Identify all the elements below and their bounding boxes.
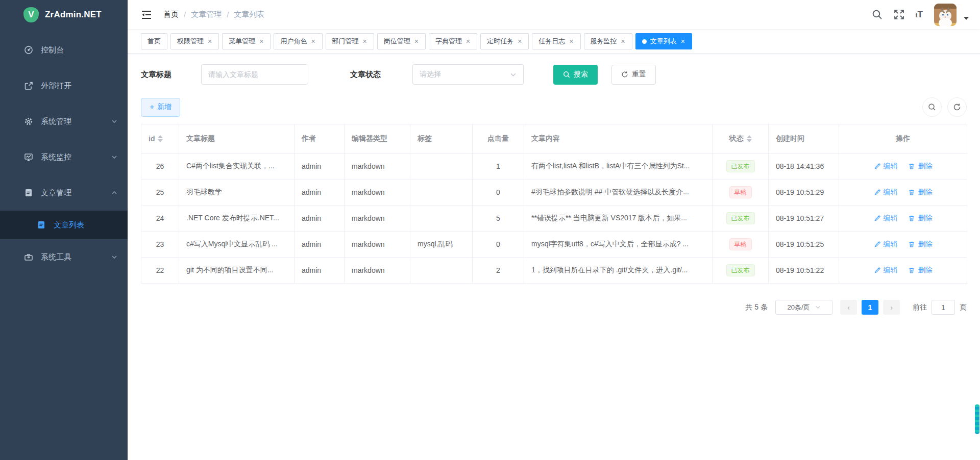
table-row: 22 git 为不同的项目设置不同... admin markdown 2 1，… <box>141 258 967 284</box>
pencil-icon <box>874 241 881 248</box>
breadcrumb-separator: / <box>184 10 186 19</box>
sidebar-item-label: 系统监控 <box>41 152 71 162</box>
sort-icon[interactable] <box>747 135 752 142</box>
tab-service-monitor[interactable]: 服务监控 × <box>584 33 632 49</box>
close-icon[interactable]: × <box>465 38 471 45</box>
cell-tag <box>410 180 473 206</box>
cell-created: 08-19 10:51:27 <box>769 206 839 232</box>
toggle-search-button[interactable] <box>922 97 942 117</box>
sidebar-submenu: 文章列表 <box>0 211 128 239</box>
tags-view: 首页 权限管理 × 菜单管理 × 用户角色 × 部门管理 × 岗位管理 × <box>128 29 980 54</box>
breadcrumb: 首页 / 文章管理 / 文章列表 <box>163 10 264 19</box>
tab-article-list[interactable]: 文章列表 × <box>635 33 692 49</box>
tab-dict-manage[interactable]: 字典管理 × <box>429 33 477 49</box>
tab-task-log[interactable]: 任务日志 × <box>532 33 580 49</box>
tab-permission-manage[interactable]: 权限管理 × <box>170 33 219 49</box>
close-icon[interactable]: × <box>362 38 368 45</box>
tab-label: 首页 <box>148 37 161 46</box>
sidebar-item-article-list[interactable]: 文章列表 <box>0 211 128 239</box>
cell-author: admin <box>295 180 345 206</box>
sidebar-fold-icon[interactable] <box>141 9 152 20</box>
avatar[interactable] <box>934 4 957 26</box>
breadcrumb-home[interactable]: 首页 <box>163 10 179 19</box>
delete-link[interactable]: 删除 <box>908 188 932 197</box>
tab-post-manage[interactable]: 岗位管理 × <box>377 33 426 49</box>
edit-link[interactable]: 编辑 <box>874 188 898 197</box>
sidebar-item-article-manage[interactable]: 文章管理 <box>0 175 128 211</box>
delete-link[interactable]: 删除 <box>908 214 932 223</box>
page-size-select[interactable]: 20条/页 <box>775 300 832 315</box>
goto-label: 前往 <box>913 303 927 312</box>
close-icon[interactable]: × <box>207 38 212 45</box>
add-button[interactable]: + 新增 <box>141 98 180 117</box>
article-status-select[interactable]: 请选择 <box>412 64 524 85</box>
article-table: id 文章标题 作者 编辑器类型 标签 点击量 文章内容 状态 <box>141 124 967 284</box>
sidebar-item-external-open[interactable]: 外部打开 <box>0 68 128 104</box>
cell-editor: markdown <box>345 154 410 180</box>
delete-link[interactable]: 删除 <box>908 266 932 275</box>
delete-link[interactable]: 删除 <box>908 162 932 171</box>
chevron-up-icon <box>111 190 117 196</box>
tab-cron-task[interactable]: 定时任务 × <box>480 33 529 49</box>
tab-user-role[interactable]: 用户角色 × <box>274 33 322 49</box>
goto-suffix: 页 <box>960 303 967 312</box>
close-icon[interactable]: × <box>621 38 626 45</box>
trash-icon <box>908 189 915 196</box>
dashboard-icon <box>24 45 33 55</box>
fullscreen-icon[interactable] <box>894 9 904 20</box>
column-header-id[interactable]: id <box>141 124 179 154</box>
sidebar-item-system-manage[interactable]: 系统管理 <box>0 104 128 139</box>
tab-dept-manage[interactable]: 部门管理 × <box>326 33 374 49</box>
next-page-button[interactable]: › <box>883 300 900 315</box>
goto-page: 前往 页 <box>913 300 967 315</box>
tab-label: 岗位管理 <box>384 37 410 46</box>
tab-label: 部门管理 <box>332 37 359 46</box>
sidebar-item-dashboard[interactable]: 控制台 <box>0 32 128 68</box>
sidebar-item-system-monitor[interactable]: 系统监控 <box>0 139 128 175</box>
close-icon[interactable]: × <box>414 38 419 45</box>
close-icon[interactable]: × <box>517 38 522 45</box>
scrollbar-thumb[interactable] <box>975 404 979 434</box>
refresh-icon <box>621 71 628 78</box>
search-button[interactable]: 搜索 <box>553 65 598 85</box>
caret-down-icon[interactable] <box>964 17 969 20</box>
edit-link[interactable]: 编辑 <box>874 266 898 275</box>
tab-label: 字典管理 <box>435 37 462 46</box>
pagination: 共 5 条 20条/页 ‹ 1 › 前往 页 <box>141 300 967 315</box>
sort-icon[interactable] <box>158 135 163 142</box>
tab-menu-manage[interactable]: 菜单管理 × <box>222 33 271 49</box>
cell-id: 26 <box>141 154 179 180</box>
cell-title: 羽毛球教学 <box>179 180 295 206</box>
column-header-status[interactable]: 状态 <box>713 124 769 154</box>
sidebar: V ZrAdmin.NET 控制台 外部打开 系 <box>0 0 128 460</box>
reset-button-label: 重置 <box>632 70 646 79</box>
cell-tag <box>410 258 473 284</box>
article-title-input[interactable] <box>201 64 308 85</box>
edit-link[interactable]: 编辑 <box>874 162 898 171</box>
tab-label: 菜单管理 <box>229 37 255 46</box>
sidebar-item-system-tools[interactable]: 系统工具 <box>0 239 128 275</box>
search-button-label: 搜索 <box>574 70 588 79</box>
search-icon[interactable] <box>872 9 883 20</box>
edit-link[interactable]: 编辑 <box>874 240 898 249</box>
refresh-table-button[interactable] <box>947 97 967 117</box>
column-header-tag: 标签 <box>410 124 473 154</box>
close-icon[interactable]: × <box>310 38 315 45</box>
pager-buttons: ‹ 1 › <box>840 300 900 315</box>
topbar: 首页 / 文章管理 / 文章列表 tT <box>128 0 980 29</box>
prev-page-button[interactable]: ‹ <box>840 300 857 315</box>
edit-link[interactable]: 编辑 <box>874 214 898 223</box>
goto-page-input[interactable] <box>932 300 955 315</box>
cell-title: c#写入Mysql中文显示乱码 ... <box>179 232 295 258</box>
tab-label: 用户角色 <box>280 37 307 46</box>
reset-button[interactable]: 重置 <box>611 65 656 85</box>
delete-link[interactable]: 删除 <box>908 240 932 249</box>
close-icon[interactable]: × <box>259 38 264 45</box>
page-number-current[interactable]: 1 <box>862 300 878 315</box>
logo[interactable]: V ZrAdmin.NET <box>0 0 128 29</box>
font-size-icon[interactable]: tT <box>916 10 923 19</box>
tab-home[interactable]: 首页 <box>141 33 167 49</box>
gear-icon <box>24 117 33 126</box>
close-icon[interactable]: × <box>680 38 685 45</box>
close-icon[interactable]: × <box>569 38 574 45</box>
